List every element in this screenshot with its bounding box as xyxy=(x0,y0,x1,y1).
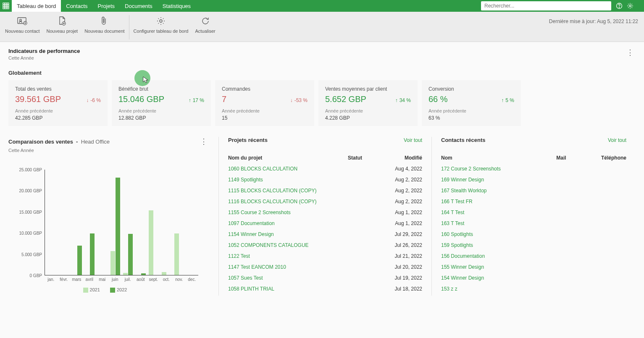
project-link[interactable]: 1058 PLINTH TRIAL xyxy=(228,286,274,292)
new-project-button[interactable]: Nouveau projet xyxy=(43,14,81,35)
chart-bar-group xyxy=(58,170,70,275)
contact-phone xyxy=(580,253,626,259)
projects-view-all-link[interactable]: Voir tout xyxy=(404,137,422,143)
contact-link[interactable]: 172 Course 2 Screenshots xyxy=(441,166,501,172)
contact-link[interactable]: 155 Winner Design xyxy=(441,264,484,270)
contact-link[interactable]: 156 Documentation xyxy=(441,253,485,259)
chart-ytick: 10.000 GBP xyxy=(8,231,42,236)
svg-point-10 xyxy=(619,7,619,8)
contact-link[interactable]: 163 T Test xyxy=(441,220,464,226)
contact-mail xyxy=(542,253,580,259)
contact-phone xyxy=(580,177,626,183)
chart-bar-2022 xyxy=(77,246,82,275)
project-link[interactable]: 1154 Winner Design xyxy=(228,231,274,237)
project-status xyxy=(334,253,376,259)
project-link[interactable]: 1122 Test xyxy=(228,253,250,259)
new-contact-button[interactable]: Nouveau contact xyxy=(2,14,43,35)
project-row: 1058 PLINTH TRIALJul 18, 2022 xyxy=(228,283,422,294)
user-menu[interactable] xyxy=(636,0,644,12)
kpi-name: Ventes moyennes par client xyxy=(325,86,411,92)
contact-link[interactable]: 164 T Test xyxy=(441,210,464,215)
project-status xyxy=(334,264,376,270)
tab-projects[interactable]: Projets xyxy=(93,0,120,12)
tab-documents[interactable]: Documents xyxy=(120,0,158,12)
kpi-prev-value: 15 xyxy=(222,115,308,121)
project-link[interactable]: 1149 Spotlights xyxy=(228,177,263,183)
search-input[interactable] xyxy=(481,1,611,10)
svg-rect-5 xyxy=(7,5,9,7)
project-row: 1149 SpotlightsAug 2, 2022 xyxy=(228,174,422,185)
svg-rect-0 xyxy=(3,3,5,5)
project-link[interactable]: 1116 BLOCKS CALCULATION (COPY) xyxy=(228,199,317,204)
new-project-icon xyxy=(56,15,68,27)
kpi-prev-label: Année précédente xyxy=(222,108,308,113)
svg-rect-2 xyxy=(7,3,9,5)
toolbar: Nouveau contact Nouveau projet Nouveau d… xyxy=(0,12,644,42)
kpi-card[interactable]: Ventes moyennes par client5.652 GBP↑ 34 … xyxy=(318,80,418,126)
app-menu-icon[interactable] xyxy=(0,0,12,12)
chart-ytick: 15.000 GBP xyxy=(8,210,42,214)
svg-rect-6 xyxy=(3,7,5,9)
project-link[interactable]: 1052 COMPONENTS CATALOGUE xyxy=(228,242,309,248)
project-status xyxy=(334,188,376,194)
chart-bar-group xyxy=(122,170,134,275)
project-link[interactable]: 1147 Test EANCOM 2010 xyxy=(228,264,286,270)
project-modified: Jul 18, 2022 xyxy=(376,286,422,292)
project-status xyxy=(334,210,376,215)
contact-phone xyxy=(580,166,626,172)
kpi-card[interactable]: Total des ventes39.561 GBP↓ -6 %Année pr… xyxy=(8,80,108,126)
project-row: 1116 BLOCKS CALCULATION (COPY)Aug 2, 202… xyxy=(228,196,422,207)
configure-dashboard-button[interactable]: Configurer tableau de bord xyxy=(130,14,192,35)
contact-link[interactable]: 153 z z xyxy=(441,286,457,292)
project-link[interactable]: 1115 BLOCKS CALCULATION (COPY) xyxy=(228,188,317,194)
kpi-card[interactable]: Conversion66 %↑ 5 %Année précédente63 % xyxy=(422,80,521,126)
contact-phone xyxy=(580,242,626,248)
svg-rect-3 xyxy=(3,5,5,7)
chart-xaxis: jan.févr.marsavrilmaijuinjuil.aoûtsept.o… xyxy=(45,277,198,282)
project-link[interactable]: 1155 Course 2 Screenshots xyxy=(228,210,291,215)
contact-row: 155 Winner Design xyxy=(441,262,626,272)
project-link[interactable]: 1057 Sues Test xyxy=(228,275,263,281)
settings-icon[interactable] xyxy=(625,0,636,12)
sales-menu-icon[interactable]: ⋮ xyxy=(198,137,209,146)
contact-link[interactable]: 159 Spotlights xyxy=(441,242,473,248)
tab-dashboard[interactable]: Tableau de bord xyxy=(12,0,61,12)
project-modified: Aug 4, 2022 xyxy=(376,166,422,172)
chart-plot xyxy=(45,170,198,275)
new-contact-label: Nouveau contact xyxy=(5,29,40,34)
toolbar-separator xyxy=(129,15,129,39)
contacts-table-header: Nom Mail Téléphone xyxy=(441,152,626,163)
project-link[interactable]: 1060 BLOCKS CALCULATION xyxy=(228,166,297,172)
svg-point-13 xyxy=(20,19,21,21)
contact-link[interactable]: 167 Stealth Worktop xyxy=(441,188,487,194)
project-link[interactable]: 1097 Documentation xyxy=(228,220,275,226)
contact-phone xyxy=(580,264,626,270)
legend-2021: 2021 xyxy=(83,287,100,293)
projects-panel: Projets récents Voir tout Nom du projet … xyxy=(218,137,432,296)
project-row: 1115 BLOCKS CALCULATION (COPY)Aug 2, 202… xyxy=(228,185,422,196)
kpi-menu-icon[interactable]: ⋮ xyxy=(625,48,636,57)
projects-title: Projets récents xyxy=(228,137,268,143)
contact-link[interactable]: 169 Winner Design xyxy=(441,177,484,183)
kpi-name: Conversion xyxy=(428,86,514,92)
kpi-value: 7 xyxy=(222,94,226,104)
project-modified: Aug 1, 2022 xyxy=(376,210,422,215)
new-document-button[interactable]: Nouveau document xyxy=(81,14,128,35)
contacts-title: Contacts récents xyxy=(441,137,485,143)
search-box xyxy=(481,1,611,10)
kpi-card[interactable]: Commandes7↓ -53 %Année précédente15 xyxy=(215,80,314,126)
project-status xyxy=(334,220,376,226)
tab-contacts[interactable]: Contacts xyxy=(61,0,92,12)
tab-statistics[interactable]: Statistiques xyxy=(158,0,196,12)
new-document-label: Nouveau document xyxy=(84,29,124,34)
kpi-value: 15.046 GBP xyxy=(118,94,164,104)
contacts-view-all-link[interactable]: Voir tout xyxy=(608,137,626,143)
refresh-button[interactable]: Actualiser xyxy=(192,14,218,35)
kpi-card[interactable]: Bénéfice brut15.046 GBP↑ 17 %Année précé… xyxy=(112,80,211,126)
help-icon[interactable] xyxy=(614,0,625,12)
contact-row: 159 Spotlights xyxy=(441,240,626,251)
contact-link[interactable]: 160 Spotlights xyxy=(441,231,473,237)
svg-rect-8 xyxy=(7,7,9,9)
contact-link[interactable]: 166 T Test FR xyxy=(441,199,473,204)
contact-link[interactable]: 154 Winner Design xyxy=(441,275,484,281)
